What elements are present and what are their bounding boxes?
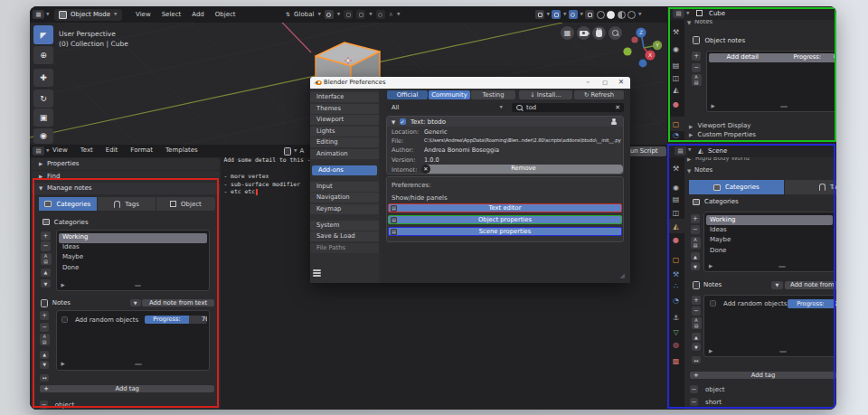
- tab-view-layer-icon[interactable]: ◫: [672, 74, 681, 83]
- tool-scale[interactable]: ▣: [33, 108, 53, 127]
- list-expand-arrow-icon[interactable]: ▶: [709, 263, 712, 269]
- tab-render-icon[interactable]: ◉: [672, 184, 681, 193]
- tab-tool-icon[interactable]: ⚒: [672, 165, 681, 174]
- tab-scene-icon[interactable]: ◭: [672, 86, 681, 95]
- add-note-button[interactable]: +: [692, 296, 701, 305]
- add-random-objects-checkbox[interactable]: [61, 316, 68, 323]
- hamburger-menu-icon[interactable]: [313, 269, 321, 277]
- scene-properties-toggle-button[interactable]: ▤Scene properties: [388, 227, 622, 236]
- sort-filter-icon[interactable]: A▤: [692, 317, 702, 329]
- sort-filter-icon[interactable]: A▤: [41, 253, 52, 265]
- move-note-down-button[interactable]: ▼: [40, 361, 49, 369]
- panel-find[interactable]: ▶ Find: [32, 171, 220, 183]
- toggle-perspective-button[interactable]: ▦: [561, 26, 574, 40]
- editor-type-icon[interactable]: ▤: [33, 146, 44, 156]
- breadcrumb[interactable]: Cube: [709, 10, 725, 17]
- pan-view-button[interactable]: [592, 26, 606, 40]
- remove-addon-button[interactable]: Remove: [424, 165, 623, 174]
- tab-official[interactable]: Official: [387, 90, 428, 100]
- move-category-up-button[interactable]: ▲: [41, 269, 51, 278]
- toggle-xray-icon[interactable]: [585, 10, 594, 19]
- sort-filter-icon[interactable]: A▤: [691, 237, 701, 249]
- list-expand-arrow-icon[interactable]: ▶: [712, 103, 715, 108]
- tab-testing[interactable]: Testing: [471, 90, 515, 100]
- tab-particles-icon[interactable]: ∴: [672, 282, 681, 291]
- zoom-view-button[interactable]: [609, 26, 622, 40]
- tab-physics-icon[interactable]: ◔: [672, 131, 681, 140]
- list-resize-grip[interactable]: [778, 266, 786, 268]
- tab-texture-icon[interactable]: ▩: [672, 357, 681, 366]
- resize-grip-icon[interactable]: ◢: [620, 272, 625, 279]
- expand-width-icon[interactable]: ↔: [692, 356, 701, 363]
- editor-type-icon[interactable]: ▤: [673, 9, 684, 18]
- addon-enabled-checkbox[interactable]: ✓: [400, 118, 406, 125]
- search-input[interactable]: tod ✕: [512, 103, 624, 113]
- move-category-down-button[interactable]: ▼: [691, 262, 700, 270]
- tab-material-icon[interactable]: ◍: [672, 341, 681, 350]
- move-note-up-button[interactable]: ▲: [40, 351, 49, 359]
- shading-solid-icon[interactable]: [607, 11, 615, 19]
- tab-scene-icon[interactable]: ◭: [672, 222, 681, 231]
- show-gizmo-icon[interactable]: [552, 10, 561, 19]
- text-editor-toggle-button[interactable]: ▤Text editor: [388, 203, 622, 212]
- panel-manage-notes[interactable]: ▼ Manage notes: [32, 183, 220, 194]
- remove-category-button[interactable]: −: [691, 225, 700, 234]
- add-note-button[interactable]: +: [40, 311, 49, 320]
- tab-object-icon[interactable]: ▢: [672, 256, 681, 265]
- remove-tag-button[interactable]: −: [690, 398, 698, 406]
- tab-constraints-icon[interactable]: ⚓: [672, 314, 681, 323]
- maximize-button[interactable]: ▢: [599, 77, 611, 89]
- text-datablock-selector[interactable]: ▼ A: [284, 146, 304, 156]
- magnet-icon[interactable]: [344, 10, 353, 19]
- tab-world-icon[interactable]: ●: [672, 236, 681, 245]
- editor-type-icon[interactable]: ▤: [675, 146, 686, 156]
- select-visibility-icon[interactable]: [535, 10, 544, 19]
- tool-transform[interactable]: ◉: [33, 128, 53, 145]
- add-note-dropdown-button[interactable]: ▼: [130, 299, 141, 307]
- sort-filter-icon[interactable]: A▤: [40, 334, 50, 345]
- editor-type-icon[interactable]: ▦: [33, 10, 44, 19]
- add-random-objects-checkbox[interactable]: [710, 300, 716, 307]
- shading-rendered-icon[interactable]: [627, 11, 636, 19]
- add-tag-button[interactable]: + Add tag: [40, 385, 214, 393]
- orientation-label[interactable]: Global: [294, 6, 314, 23]
- tab-object-icon[interactable]: ▢: [672, 120, 681, 129]
- remove-note-button[interactable]: −: [40, 323, 49, 332]
- add-note-dropdown-button[interactable]: ▼: [771, 281, 783, 289]
- tab-output-icon[interactable]: ▤: [672, 195, 681, 204]
- list-row[interactable]: Add detail Progress: 0: [709, 53, 836, 62]
- refresh-button[interactable]: ↻ Refresh: [574, 90, 624, 100]
- tool-move[interactable]: ✚: [33, 69, 53, 88]
- list-expand-arrow-icon[interactable]: ▶: [709, 348, 712, 354]
- tab-view-layer-icon[interactable]: ◫: [672, 209, 681, 218]
- notes-panel-label[interactable]: Notes: [694, 166, 712, 174]
- tool-cursor[interactable]: ⊕: [33, 46, 53, 64]
- addon-header[interactable]: ▼ ✓ Text: btodo: [387, 117, 623, 127]
- remove-tag-button[interactable]: −: [40, 401, 48, 409]
- add-category-button[interactable]: +: [41, 231, 51, 241]
- snap-icon[interactable]: [325, 10, 334, 19]
- progress-slider[interactable]: Progress: 70%: [788, 299, 836, 308]
- sort-filter-icon[interactable]: A▤: [692, 74, 702, 86]
- move-category-up-button[interactable]: ▲: [691, 252, 700, 260]
- add-note-from-text-button[interactable]: Add note from text: [142, 299, 214, 307]
- shading-wireframe-icon[interactable]: [597, 11, 605, 19]
- move-note-down-button[interactable]: ▼: [692, 343, 701, 351]
- camera-view-button[interactable]: [577, 26, 590, 40]
- tab-output-icon[interactable]: ▤: [672, 61, 681, 71]
- remove-category-button[interactable]: −: [41, 241, 51, 251]
- expand-width-icon[interactable]: ↔: [40, 374, 49, 382]
- list-resize-grip[interactable]: [135, 285, 141, 287]
- mode-dropdown[interactable]: Object Mode ▼: [54, 9, 122, 21]
- tool-rotate[interactable]: ↻: [33, 90, 53, 108]
- add-item-button[interactable]: +: [692, 52, 701, 61]
- add-category-button[interactable]: +: [691, 214, 700, 223]
- move-category-down-button[interactable]: ▼: [41, 279, 51, 288]
- list-resize-grip[interactable]: [135, 363, 142, 365]
- tab-community[interactable]: Community: [429, 90, 470, 100]
- show-overlays-icon[interactable]: [569, 10, 578, 19]
- object-properties-toggle-button[interactable]: ▤Object properties: [388, 215, 622, 224]
- tab-data-icon[interactable]: ▽: [672, 328, 681, 337]
- tab-modifiers-icon[interactable]: ⚒: [672, 270, 681, 279]
- filter-dropdown[interactable]: All ▼: [387, 103, 506, 113]
